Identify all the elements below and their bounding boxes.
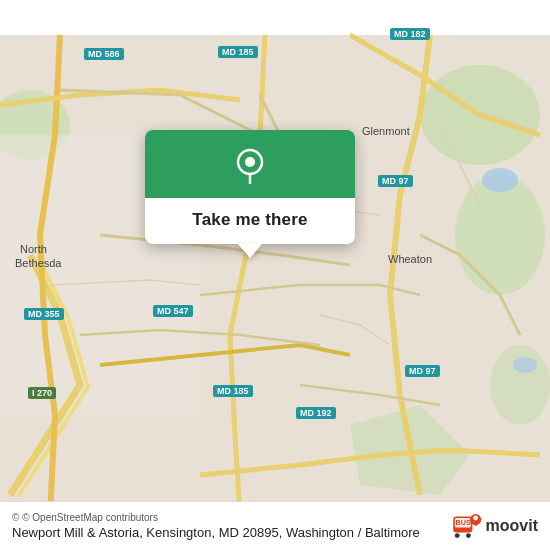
road-badge-md97top: MD 97 [378,175,413,187]
popup-card: Take me there [145,130,355,244]
address-line1: Newport Mill & Astoria, Kensington, MD 2… [12,525,282,540]
location-pin-icon [232,148,268,184]
road-badge-md185top: MD 185 [218,46,258,58]
road-badge-md185bot: MD 185 [213,385,253,397]
svg-text:BUS: BUS [455,518,470,527]
svg-text:Bethesda: Bethesda [15,257,62,269]
address-line2: Washington / Baltimore [286,525,420,540]
address-text: Newport Mill & Astoria, Kensington, MD 2… [12,525,420,540]
svg-point-17 [454,533,459,538]
copyright-symbol: © [12,512,19,523]
moovit-text: moovit [486,517,538,535]
moovit-icon: BUS [450,510,482,542]
bottom-bar-left: © © OpenStreetMap contributors Newport M… [12,512,420,540]
take-me-there-button[interactable]: Take me there [145,198,355,244]
bottom-bar: © © OpenStreetMap contributors Newport M… [0,501,550,550]
openstreetmap-credit: © OpenStreetMap contributors [22,512,158,523]
moovit-logo: BUS moovit [450,510,538,542]
svg-text:Wheaton: Wheaton [388,253,432,265]
road-badge-md97bot: MD 97 [405,365,440,377]
svg-text:Glenmont: Glenmont [362,125,410,137]
road-badge-md547: MD 547 [153,305,193,317]
take-me-there-label[interactable]: Take me there [192,210,307,230]
road-badge-md355: MD 355 [24,308,64,320]
map-svg: North Bethesda Glenmont Wheaton [0,0,550,550]
svg-point-4 [490,345,550,425]
svg-point-21 [473,516,478,521]
svg-point-2 [455,175,545,295]
svg-point-14 [245,157,255,167]
road-badge-i270: I 270 [28,387,56,399]
svg-point-6 [482,168,518,192]
copyright-text: © © OpenStreetMap contributors [12,512,420,523]
road-badge-md192: MD 192 [296,407,336,419]
svg-point-7 [513,357,537,373]
svg-point-18 [466,533,471,538]
svg-text:North: North [20,243,47,255]
road-badge-md182: MD 182 [390,28,430,40]
popup-header [145,130,355,198]
road-badge-md586: MD 586 [84,48,124,60]
map-container: North Bethesda Glenmont Wheaton MD 586 M… [0,0,550,550]
